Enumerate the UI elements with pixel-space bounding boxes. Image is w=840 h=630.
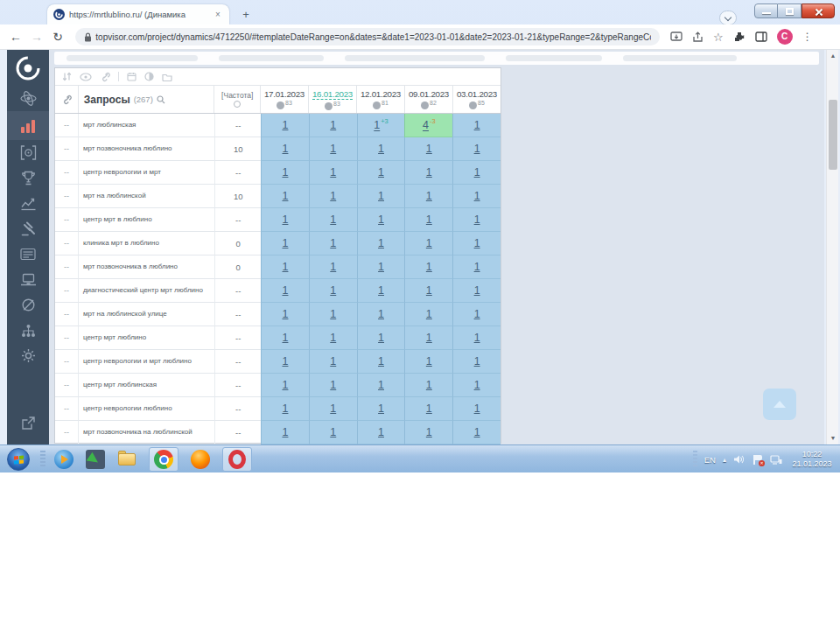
position-cell[interactable]: 1 bbox=[357, 397, 405, 421]
date-column-header[interactable]: 17.01.202383 bbox=[260, 86, 308, 113]
position-cell[interactable]: 1 bbox=[452, 421, 500, 444]
keyword-cell[interactable]: клиника мрт в люблино bbox=[78, 232, 214, 256]
maximize-button[interactable] bbox=[778, 4, 802, 18]
position-value-link[interactable]: 1 bbox=[283, 284, 289, 297]
position-value-link[interactable]: 1 bbox=[378, 143, 384, 155]
position-cell[interactable]: 1 bbox=[404, 303, 452, 326]
position-cell[interactable]: 1 bbox=[452, 397, 500, 421]
position-cell[interactable]: 1 bbox=[404, 397, 452, 421]
position-cell[interactable]: 1 bbox=[357, 256, 405, 279]
position-value-link[interactable]: 1 bbox=[474, 214, 480, 226]
position-cell[interactable]: 1 bbox=[404, 326, 452, 350]
position-value-link[interactable]: 1 bbox=[474, 190, 480, 202]
position-value-link[interactable]: 1 bbox=[378, 355, 384, 368]
search-icon[interactable] bbox=[157, 95, 165, 104]
position-cell[interactable]: 1 bbox=[357, 421, 405, 444]
position-value-link[interactable]: 1 bbox=[330, 355, 336, 368]
position-cell[interactable]: 1 bbox=[261, 397, 309, 421]
tab-close-icon[interactable]: × bbox=[213, 10, 223, 20]
position-value-link[interactable]: 1 bbox=[474, 402, 480, 415]
position-cell[interactable]: 1 bbox=[261, 161, 309, 185]
position-cell[interactable]: 1 bbox=[261, 303, 309, 326]
position-cell[interactable]: 1 bbox=[309, 350, 357, 374]
sort-icon[interactable] bbox=[62, 72, 72, 81]
position-value-link[interactable]: 1 bbox=[283, 261, 289, 273]
date-column-header[interactable]: 16.01.202383 bbox=[308, 86, 356, 113]
position-value-link[interactable]: 1 bbox=[378, 332, 384, 344]
position-cell[interactable]: 1 bbox=[452, 350, 500, 374]
position-cell[interactable]: 1 bbox=[357, 374, 405, 397]
sidebar-item-dynamics[interactable] bbox=[7, 111, 49, 140]
keyword-cell[interactable]: мрт люблинская bbox=[78, 114, 214, 137]
position-value-link[interactable]: 1 bbox=[426, 284, 432, 297]
keyword-cell[interactable]: диагностический центр мрт люблино bbox=[78, 279, 214, 303]
date-label[interactable]: 09.01.2023 bbox=[409, 89, 449, 99]
position-value-link[interactable]: 1+3 bbox=[374, 118, 388, 131]
position-cell[interactable]: 1+3 bbox=[357, 114, 405, 137]
position-cell[interactable]: 1 bbox=[261, 137, 309, 161]
position-cell[interactable]: 1 bbox=[404, 185, 452, 208]
position-cell[interactable]: 1 bbox=[357, 161, 405, 185]
position-value-link[interactable]: 1 bbox=[330, 214, 336, 226]
position-value-link[interactable]: 1 bbox=[426, 214, 432, 226]
position-value-link[interactable]: 1 bbox=[474, 332, 480, 344]
position-value-link[interactable]: 1 bbox=[378, 237, 384, 249]
sidebar-item-settings[interactable] bbox=[7, 343, 49, 368]
position-cell[interactable]: 1 bbox=[261, 232, 309, 256]
position-cell[interactable]: 1 bbox=[309, 421, 357, 444]
position-value-link[interactable]: 1 bbox=[474, 237, 480, 249]
date-label[interactable]: 03.01.2023 bbox=[457, 89, 497, 99]
position-value-link[interactable]: 1 bbox=[474, 426, 480, 438]
taskbar-clock[interactable]: 10:22 21.01.2023 bbox=[789, 450, 835, 469]
sidebar-item-site[interactable] bbox=[7, 267, 49, 292]
position-value-link[interactable]: 1 bbox=[283, 402, 289, 415]
position-value-link[interactable]: 1 bbox=[378, 402, 384, 415]
scroll-to-top-button[interactable] bbox=[763, 388, 796, 420]
profile-avatar[interactable]: C bbox=[777, 29, 793, 45]
position-cell[interactable]: 1 bbox=[357, 303, 405, 326]
position-value-link[interactable]: 1 bbox=[378, 190, 384, 202]
position-cell[interactable]: 1 bbox=[309, 303, 357, 326]
position-value-link[interactable]: 1 bbox=[474, 119, 480, 131]
position-value-link[interactable]: 1 bbox=[426, 332, 432, 344]
eye-icon[interactable] bbox=[80, 73, 92, 81]
position-value-link[interactable]: 1 bbox=[426, 355, 432, 368]
position-value-link[interactable]: 1 bbox=[378, 379, 384, 391]
position-value-link[interactable]: 1 bbox=[474, 284, 480, 297]
page-scrollbar[interactable]: ▲ ▼ bbox=[826, 50, 838, 444]
position-cell[interactable]: 1 bbox=[357, 208, 405, 232]
side-panel-icon[interactable] bbox=[755, 32, 767, 42]
position-cell[interactable]: 1 bbox=[404, 256, 452, 279]
position-cell[interactable]: 1 bbox=[404, 232, 452, 256]
position-cell[interactable]: 1 bbox=[404, 374, 452, 397]
position-value-link[interactable]: 1 bbox=[330, 237, 336, 249]
position-value-link[interactable]: 1 bbox=[330, 308, 336, 320]
date-label[interactable]: 12.01.2023 bbox=[360, 89, 401, 99]
position-cell[interactable]: 1 bbox=[452, 185, 500, 208]
url-bar[interactable]: topvisor.com/project/dynamics/4712250/#t… bbox=[75, 28, 660, 46]
minimize-button[interactable] bbox=[754, 4, 778, 18]
download-manager-icon[interactable] bbox=[86, 450, 105, 469]
sidebar-item-positions[interactable] bbox=[7, 140, 49, 165]
contrast-icon[interactable] bbox=[144, 72, 154, 81]
position-cell[interactable]: 1 bbox=[261, 256, 309, 279]
network-icon[interactable] bbox=[770, 454, 782, 465]
new-tab-button[interactable]: + bbox=[238, 7, 254, 23]
position-value-link[interactable]: 1 bbox=[283, 426, 289, 438]
hidden-icons-arrow[interactable]: ▴ bbox=[723, 456, 726, 464]
position-cell[interactable]: 1 bbox=[309, 232, 357, 256]
chevron-down-icon[interactable] bbox=[719, 10, 737, 25]
position-cell[interactable]: 1 bbox=[357, 326, 405, 350]
position-cell[interactable]: 1 bbox=[309, 279, 357, 303]
keyword-cell[interactable]: центр мрт люблинская bbox=[78, 374, 214, 397]
position-value-link[interactable]: 1 bbox=[283, 143, 289, 155]
browser-tab[interactable]: https://mrtlublino.ru/ (Динамика × bbox=[47, 4, 229, 24]
action-center-flag-icon[interactable]: ✕ bbox=[752, 454, 763, 466]
position-cell[interactable]: 1 bbox=[309, 137, 357, 161]
position-cell[interactable]: 1 bbox=[452, 208, 500, 232]
keyword-cell[interactable]: центр неврологии и мрт люблино bbox=[78, 350, 214, 374]
position-value-link[interactable]: 1 bbox=[283, 166, 289, 178]
position-value-link[interactable]: 1 bbox=[330, 426, 336, 438]
position-value-link[interactable]: 1 bbox=[283, 379, 289, 391]
sidebar-item-bids[interactable] bbox=[7, 216, 49, 242]
